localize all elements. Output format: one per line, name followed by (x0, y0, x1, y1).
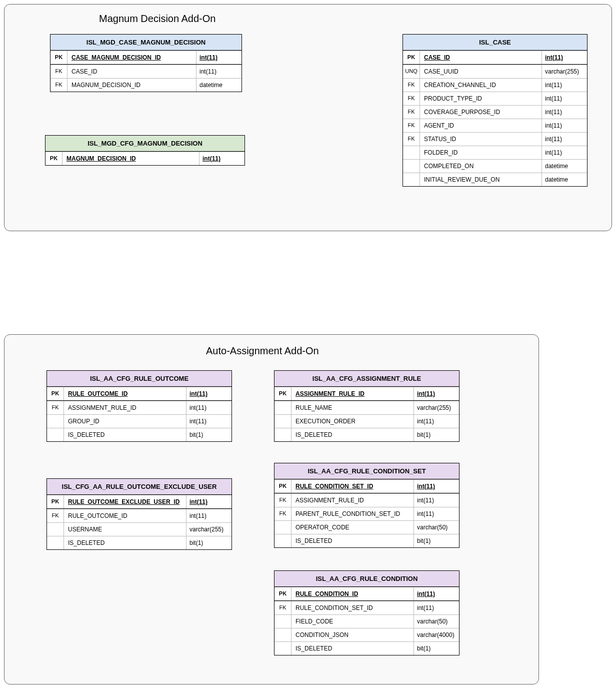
key-label: PK (47, 387, 64, 400)
col-name: FIELD_CODE (292, 615, 414, 628)
col-type: bit(1) (414, 428, 459, 441)
entity-cfgmd: ISL_MGD_CFG_MAGNUM_DECISION PK MAGNUM_DE… (45, 135, 245, 166)
col-type: int(11) (414, 507, 459, 520)
col-name: IS_DELETED (292, 534, 414, 547)
col-name: USERNAME (64, 523, 186, 536)
col-name: RULE_CONDITION_SET_ID (292, 601, 414, 614)
col-name: ASSIGNMENT_RULE_ID (64, 401, 186, 414)
key-label (47, 428, 64, 441)
entity-cond: ISL_AA_CFG_RULE_CONDITION PK RULE_CONDIT… (274, 570, 460, 655)
col-name: CASE_UUID (420, 65, 542, 78)
col-type: int(11) (186, 415, 232, 428)
key-label: PK (47, 495, 64, 508)
entity-condset: ISL_AA_CFG_RULE_CONDITION_SET PK RULE_CO… (274, 463, 460, 548)
col-name: GROUP_ID (64, 415, 186, 428)
group-auto-assign-title: Auto-Assignment Add-On (206, 345, 319, 357)
col-type: int(11) (542, 133, 587, 146)
col-name: IS_DELETED (64, 536, 186, 549)
col-type: bit(1) (186, 428, 232, 441)
col-type: varchar(4000) (414, 628, 459, 641)
col-type: int(11) (186, 495, 232, 508)
col-name: ASSIGNMENT_RULE_ID (292, 494, 414, 507)
col-name: CASE_MAGNUM_DECISION_ID (68, 51, 196, 64)
col-name: MAGNUM_DECISION_ID (62, 152, 200, 165)
col-type: int(11) (200, 152, 244, 165)
entity-mcd: ISL_MGD_CASE_MAGNUM_DECISION PK CASE_MAG… (50, 34, 242, 92)
key-label (274, 534, 292, 547)
col-type: int(11) (542, 51, 587, 64)
entity-cond-header: ISL_AA_CFG_RULE_CONDITION (274, 571, 459, 587)
col-name: INITIAL_REVIEW_DUE_ON (420, 173, 542, 186)
key-label: FK (50, 65, 68, 78)
col-name: PARENT_RULE_CONDITION_SET_ID (292, 507, 414, 520)
col-type: int(11) (414, 480, 459, 493)
entity-assignrule-header: ISL_AA_CFG_ASSIGNMENT_RULE (274, 371, 459, 387)
col-name: RULE_CONDITION_ID (292, 587, 414, 600)
col-name: AGENT_ID (420, 119, 542, 132)
col-type: bit(1) (186, 536, 232, 549)
col-name: FOLDER_ID (420, 146, 542, 159)
col-name: RULE_OUTCOME_ID (64, 509, 186, 522)
group-magnum-title: Magnum Decision Add-On (99, 13, 216, 25)
col-type: int(11) (186, 401, 232, 414)
key-label: FK (403, 133, 420, 146)
key-label (403, 173, 420, 186)
key-label (47, 536, 64, 549)
key-label: PK (46, 152, 62, 165)
key-label: FK (274, 494, 292, 507)
col-name: CASE_ID (420, 51, 542, 64)
entity-exclude: ISL_CFG_AA_RULE_OUTCOME_EXCLUDE_USER PK … (46, 478, 232, 550)
col-type: int(11) (414, 601, 459, 614)
col-type: varchar(255) (414, 401, 459, 414)
col-type: varchar(50) (414, 521, 459, 534)
key-label: FK (274, 601, 292, 614)
key-label (403, 146, 420, 159)
col-type: int(11) (186, 509, 232, 522)
key-label (274, 642, 292, 655)
entity-condset-header: ISL_AA_CFG_RULE_CONDITION_SET (274, 463, 459, 479)
col-type: varchar(255) (542, 65, 587, 78)
col-name: STATUS_ID (420, 133, 542, 146)
col-name: MAGNUM_DECISION_ID (68, 79, 196, 92)
key-label (274, 401, 292, 414)
col-name: IS_DELETED (64, 428, 186, 441)
col-type: int(11) (542, 106, 587, 119)
col-type: datetime (196, 79, 242, 92)
col-type: datetime (542, 160, 587, 173)
key-label (274, 628, 292, 641)
col-type: varchar(255) (186, 523, 232, 536)
col-type: int(11) (414, 587, 459, 600)
col-type: int(11) (542, 146, 587, 159)
col-type: int(11) (542, 119, 587, 132)
entity-case-header: ISL_CASE (403, 35, 587, 51)
col-type: int(11) (414, 494, 459, 507)
col-name: RULE_CONDITION_SET_ID (292, 480, 414, 493)
key-label (47, 415, 64, 428)
col-type: int(11) (414, 415, 459, 428)
col-name: PRODUCT_TYPE_ID (420, 92, 542, 105)
key-label: FK (403, 92, 420, 105)
col-name: IS_DELETED (292, 428, 414, 441)
col-name: RULE_OUTCOME_ID (64, 387, 186, 400)
key-label (274, 428, 292, 441)
col-name: OPERATOR_CODE (292, 521, 414, 534)
key-label: PK (403, 51, 420, 64)
entity-outcome-header: ISL_AA_CFG_RULE_OUTCOME (47, 371, 232, 387)
col-name: CASE_ID (68, 65, 196, 78)
key-label: FK (403, 79, 420, 92)
col-name: CONDITION_JSON (292, 628, 414, 641)
col-type: bit(1) (414, 534, 459, 547)
col-type: int(11) (542, 92, 587, 105)
key-label: UNQ (403, 65, 420, 78)
key-label (274, 521, 292, 534)
col-name: EXECUTION_ORDER (292, 415, 414, 428)
key-label (274, 615, 292, 628)
entity-case: ISL_CASE PK CASE_ID int(11) UNQCASE_UUID… (402, 34, 588, 187)
col-name: COVERAGE_PURPOSE_ID (420, 106, 542, 119)
col-name: CREATION_CHANNEL_ID (420, 79, 542, 92)
key-label: FK (47, 401, 64, 414)
col-name: COMPLETED_ON (420, 160, 542, 173)
col-name: RULE_NAME (292, 401, 414, 414)
entity-assignrule: ISL_AA_CFG_ASSIGNMENT_RULE PK ASSIGNMENT… (274, 370, 460, 442)
key-label: FK (274, 507, 292, 520)
